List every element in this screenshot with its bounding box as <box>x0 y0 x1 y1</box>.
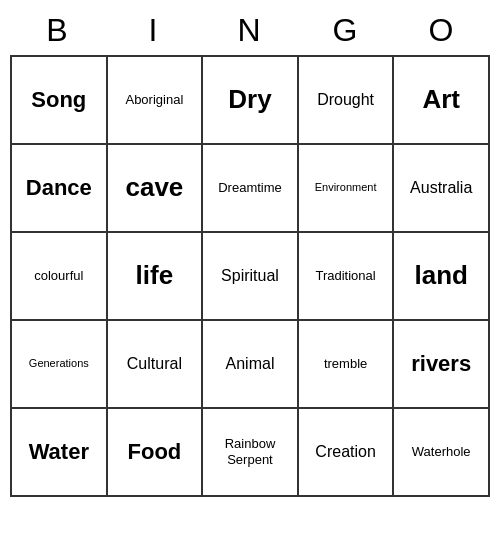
bingo-cell: life <box>108 233 204 321</box>
bingo-cell: rivers <box>394 321 490 409</box>
cell-text: colourful <box>34 268 83 284</box>
bingo-cell: Dance <box>12 145 108 233</box>
cell-text: Generations <box>29 357 89 370</box>
cell-text: rivers <box>411 351 471 377</box>
cell-text: Aboriginal <box>125 92 183 108</box>
cell-text: Spiritual <box>221 266 279 285</box>
cell-text: Australia <box>410 178 472 197</box>
cell-text: tremble <box>324 356 367 372</box>
bingo-header: BINGO <box>10 8 490 55</box>
cell-text: life <box>136 260 174 291</box>
cell-text: Rainbow Serpent <box>225 436 276 467</box>
bingo-grid: SongAboriginalDryDroughtArtDancecaveDrea… <box>10 55 490 497</box>
cell-text: Art <box>422 84 460 115</box>
bingo-cell: Water <box>12 409 108 497</box>
bingo-cell: Cultural <box>108 321 204 409</box>
cell-text: Waterhole <box>412 444 471 460</box>
bingo-cell: tremble <box>299 321 395 409</box>
cell-text: Dreamtime <box>218 180 282 196</box>
cell-text: Traditional <box>315 268 375 284</box>
cell-text: land <box>414 260 467 291</box>
cell-text: Animal <box>226 354 275 373</box>
cell-text: Drought <box>317 90 374 109</box>
bingo-cell: Spiritual <box>203 233 299 321</box>
bingo-cell: Song <box>12 57 108 145</box>
cell-text: cave <box>125 172 183 203</box>
cell-text: Cultural <box>127 354 182 373</box>
cell-text: Song <box>31 87 86 113</box>
cell-text: Environment <box>315 181 377 194</box>
cell-text: Creation <box>315 442 375 461</box>
bingo-cell: Dreamtime <box>203 145 299 233</box>
bingo-cell: Waterhole <box>394 409 490 497</box>
bingo-cell: land <box>394 233 490 321</box>
cell-text: Water <box>29 439 89 465</box>
bingo-cell: Environment <box>299 145 395 233</box>
bingo-cell: Rainbow Serpent <box>203 409 299 497</box>
bingo-cell: Animal <box>203 321 299 409</box>
bingo-cell: Generations <box>12 321 108 409</box>
header-letter: N <box>202 8 298 55</box>
cell-text: Dry <box>228 84 271 115</box>
bingo-cell: Drought <box>299 57 395 145</box>
bingo-cell: Creation <box>299 409 395 497</box>
cell-text: Dance <box>26 175 92 201</box>
bingo-cell: colourful <box>12 233 108 321</box>
bingo-cell: Art <box>394 57 490 145</box>
bingo-card: BINGO SongAboriginalDryDroughtArtDanceca… <box>10 8 490 497</box>
bingo-cell: Traditional <box>299 233 395 321</box>
header-letter: G <box>298 8 394 55</box>
header-letter: B <box>10 8 106 55</box>
bingo-cell: Australia <box>394 145 490 233</box>
bingo-cell: Dry <box>203 57 299 145</box>
bingo-cell: cave <box>108 145 204 233</box>
cell-text: Food <box>128 439 182 465</box>
header-letter: O <box>394 8 490 55</box>
bingo-cell: Food <box>108 409 204 497</box>
header-letter: I <box>106 8 202 55</box>
bingo-cell: Aboriginal <box>108 57 204 145</box>
